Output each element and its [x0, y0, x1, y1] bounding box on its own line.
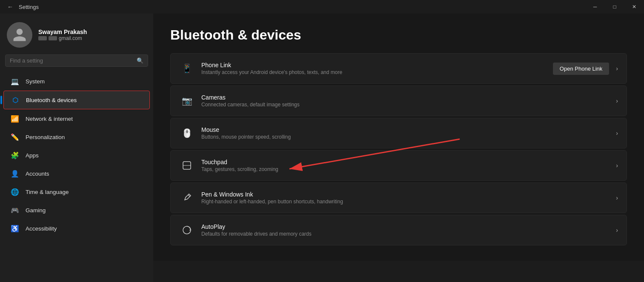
email-domain: gmail.com	[59, 35, 82, 41]
avatar	[7, 22, 32, 48]
mouse-desc: Buttons, mouse pointer speed, scrolling	[201, 134, 613, 140]
setting-row-autoplay[interactable]: AutoPlay Defaults for removable drives a…	[170, 215, 627, 245]
personalization-icon: ✏️	[10, 132, 20, 142]
sidebar-label-accounts: Accounts	[26, 171, 49, 177]
system-icon: 💻	[10, 77, 20, 86]
touchpad-svg-icon	[182, 161, 192, 170]
search-box[interactable]: 🔍	[5, 54, 148, 67]
content-area: Bluetooth & devices 📱 Phone Link Instant…	[153, 14, 644, 261]
autoplay-title: AutoPlay	[201, 223, 613, 230]
phone-link-title: Phone Link	[201, 62, 553, 68]
cameras-chevron: ›	[616, 97, 618, 104]
phone-link-action: Open Phone Link ›	[553, 63, 618, 75]
autoplay-desc: Defaults for removable drives and memory…	[201, 231, 613, 237]
sidebar-item-gaming[interactable]: 🎮 Gaming	[3, 201, 150, 219]
cameras-text: Cameras Connected cameras, default image…	[201, 94, 613, 108]
network-icon: 📶	[10, 114, 20, 123]
sidebar-label-accessibility: Accessibility	[26, 225, 57, 232]
user-name: Swayam Prakash	[38, 28, 87, 35]
cameras-title: Cameras	[201, 94, 613, 101]
touchpad-chevron: ›	[616, 162, 618, 169]
avatar-icon	[12, 27, 27, 43]
setting-row-touchpad[interactable]: Touchpad Taps, gestures, scrolling, zoom…	[170, 150, 627, 181]
app-title: Settings	[19, 4, 39, 10]
pen-ink-icon	[179, 190, 195, 205]
email-redacted: gmail.com	[38, 35, 82, 41]
main-layout: Swayam Prakash gmail.com 🔍 💻	[0, 14, 644, 282]
cameras-icon: 📷	[179, 93, 195, 108]
pen-ink-chevron: ›	[616, 194, 618, 201]
autoplay-icon	[179, 222, 195, 238]
sidebar-item-bluetooth[interactable]: ⬡ Bluetooth & devices	[3, 91, 150, 109]
accounts-icon: 👤	[10, 169, 20, 178]
pen-ink-title: Pen & Windows Ink	[201, 191, 613, 198]
mouse-icon: 🖱️	[179, 125, 195, 141]
user-info: Swayam Prakash gmail.com	[38, 28, 87, 42]
minimize-button[interactable]: ─	[585, 0, 605, 14]
mouse-chevron: ›	[616, 130, 618, 137]
autoplay-svg-icon	[182, 225, 192, 235]
sidebar-item-time[interactable]: 🌐 Time & language	[3, 183, 150, 201]
user-profile[interactable]: Swayam Prakash gmail.com	[0, 14, 153, 54]
accessibility-icon: ♿	[10, 224, 20, 233]
redact2	[49, 36, 57, 40]
setting-row-phone-link[interactable]: 📱 Phone Link Instantly access your Andro…	[170, 53, 627, 84]
pen-ink-desc: Right-handed or left-handed, pen button …	[201, 199, 613, 205]
titlebar: ← Settings ─ □ ✕	[0, 0, 644, 14]
search-input[interactable]	[10, 57, 133, 64]
redact1	[38, 36, 47, 40]
sidebar: Swayam Prakash gmail.com 🔍 💻	[0, 14, 153, 282]
sidebar-item-personalization[interactable]: ✏️ Personalization	[3, 128, 150, 146]
mouse-title: Mouse	[201, 126, 613, 133]
sidebar-label-personalization: Personalization	[26, 134, 65, 140]
open-phone-link-button[interactable]: Open Phone Link	[553, 63, 609, 75]
sidebar-item-accessibility[interactable]: ♿ Accessibility	[3, 219, 150, 237]
phone-link-text: Phone Link Instantly access your Android…	[201, 62, 553, 75]
user-email: gmail.com	[38, 35, 87, 42]
apps-icon: 🧩	[10, 151, 20, 160]
sidebar-label-time: Time & language	[26, 189, 69, 195]
pen-ink-text: Pen & Windows Ink Right-handed or left-h…	[201, 191, 613, 205]
sidebar-item-accounts[interactable]: 👤 Accounts	[3, 165, 150, 182]
sidebar-label-system: System	[26, 78, 45, 85]
content-wrapper: Bluetooth & devices 📱 Phone Link Instant…	[153, 14, 644, 282]
setting-row-cameras[interactable]: 📷 Cameras Connected cameras, default ima…	[170, 85, 627, 116]
setting-row-pen-ink[interactable]: Pen & Windows Ink Right-handed or left-h…	[170, 182, 627, 213]
sidebar-label-apps: Apps	[26, 152, 39, 159]
touchpad-text: Touchpad Taps, gestures, scrolling, zoom…	[201, 159, 613, 172]
sidebar-label-gaming: Gaming	[26, 207, 46, 214]
bluetooth-icon: ⬡	[11, 95, 20, 105]
page-title: Bluetooth & devices	[170, 27, 627, 43]
autoplay-chevron: ›	[616, 227, 618, 234]
maximize-button[interactable]: □	[605, 0, 624, 14]
touchpad-title: Touchpad	[201, 159, 613, 165]
gaming-icon: 🎮	[10, 205, 20, 215]
sidebar-nav: 💻 System ⬡ Bluetooth & devices 📶 Network…	[0, 72, 153, 238]
pen-ink-svg-icon	[182, 193, 192, 202]
search-icon: 🔍	[137, 57, 143, 64]
sidebar-item-network[interactable]: 📶 Network & internet	[3, 110, 150, 128]
sidebar-label-network: Network & internet	[26, 116, 73, 122]
touchpad-icon	[179, 158, 195, 173]
search-container: 🔍	[0, 54, 153, 72]
phone-link-chevron: ›	[616, 65, 618, 72]
mouse-text: Mouse Buttons, mouse pointer speed, scro…	[201, 126, 613, 140]
close-button[interactable]: ✕	[624, 0, 644, 14]
back-button[interactable]: ←	[5, 2, 15, 12]
setting-row-mouse[interactable]: 🖱️ Mouse Buttons, mouse pointer speed, s…	[170, 118, 627, 148]
phone-link-desc: Instantly access your Android device's p…	[201, 69, 553, 75]
window-controls: ─ □ ✕	[585, 0, 644, 14]
autoplay-text: AutoPlay Defaults for removable drives a…	[201, 223, 613, 237]
sidebar-label-bluetooth: Bluetooth & devices	[26, 97, 77, 103]
time-icon: 🌐	[10, 187, 20, 197]
touchpad-desc: Taps, gestures, scrolling, zooming	[201, 166, 613, 172]
sidebar-item-system[interactable]: 💻 System	[3, 72, 150, 90]
sidebar-item-apps[interactable]: 🧩 Apps	[3, 146, 150, 164]
phone-link-icon: 📱	[179, 61, 195, 76]
cameras-desc: Connected cameras, default image setting…	[201, 102, 613, 108]
